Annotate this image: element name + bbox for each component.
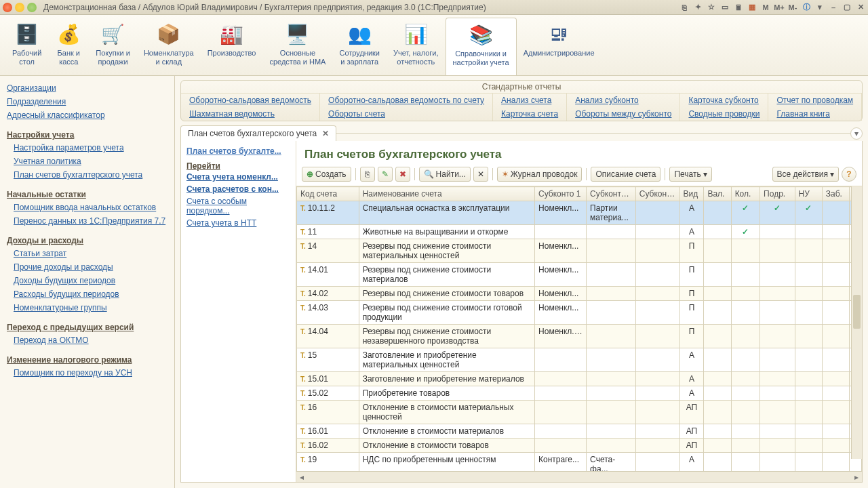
copy-button[interactable]: ⎘ bbox=[360, 167, 375, 182]
nav-link[interactable]: Расходы будущих периодов bbox=[7, 287, 167, 301]
report-link[interactable]: Шахматная ведомость bbox=[181, 107, 320, 121]
nav-link[interactable]: Учетная политика bbox=[7, 155, 167, 168]
column-header[interactable]: Субконт... bbox=[635, 187, 679, 201]
nav-link[interactable]: Номенклатурные группы bbox=[7, 301, 167, 314]
nav-link[interactable]: План счетов бухгалтерского учета bbox=[7, 168, 167, 182]
inner-nav-title[interactable]: План счетов бухгалте... bbox=[186, 146, 290, 156]
section-администрирование[interactable]: 🖳Администрирование bbox=[517, 18, 601, 75]
section-производство[interactable]: 🏭Производство bbox=[201, 18, 263, 75]
table-row[interactable]: T.14Резервы под снижение стоимости матер… bbox=[297, 239, 862, 263]
table-row[interactable]: T.14.03Резервы под снижение стоимости го… bbox=[297, 301, 862, 325]
window-minimize-icon[interactable] bbox=[15, 3, 24, 12]
all-actions-button[interactable]: Все действия ▾ bbox=[772, 167, 839, 182]
scroll-right-icon[interactable]: ▸ bbox=[851, 472, 862, 482]
print-button[interactable]: Печать ▾ bbox=[669, 167, 711, 182]
find-button[interactable]: 🔍 Найти... bbox=[419, 167, 471, 182]
calculator-icon[interactable]: 🖩 bbox=[734, 3, 743, 12]
table-row[interactable]: T.16.02Отклонение в стоимости товаровАП bbox=[297, 439, 862, 453]
m-plus-button[interactable]: M+ bbox=[774, 3, 784, 12]
report-link[interactable]: Карточка счета bbox=[493, 107, 567, 121]
inner-nav-link[interactable]: Счета с особым порядком... bbox=[186, 195, 290, 217]
nav-link[interactable]: Статьи затрат bbox=[7, 247, 167, 260]
section-учет,-налоги,-отчетность[interactable]: 📊Учет, налоги,отчетность bbox=[387, 18, 445, 75]
report-link[interactable]: Оборотно-сальдовая ведомость по счету bbox=[320, 94, 493, 107]
tool-icon[interactable]: ⎘ bbox=[679, 3, 689, 12]
report-link[interactable]: Обороты счета bbox=[320, 107, 493, 121]
column-header[interactable]: Вал. bbox=[704, 187, 731, 201]
tool-icon[interactable]: ✦ bbox=[693, 3, 703, 12]
m-minus-button[interactable]: M- bbox=[788, 3, 797, 12]
table-row[interactable]: T.14.04Резервы под снижение стоимости не… bbox=[297, 325, 862, 348]
window-maximize-icon[interactable] bbox=[27, 3, 37, 12]
column-header[interactable]: Субконто 2 bbox=[587, 187, 636, 201]
column-header[interactable]: НУ bbox=[795, 187, 822, 201]
calendar-icon[interactable]: ▦ bbox=[747, 3, 757, 12]
tool-icon[interactable]: ▭ bbox=[720, 3, 730, 12]
nav-link[interactable]: Прочие доходы и расходы bbox=[7, 260, 167, 274]
description-button[interactable]: Описание счета bbox=[591, 167, 660, 182]
table-row[interactable]: T.14.02Резервы под снижение стоимости то… bbox=[297, 287, 862, 301]
delete-button[interactable]: ✖ bbox=[395, 167, 410, 182]
nav-link[interactable]: Адресный классификатор bbox=[7, 108, 167, 122]
table-row[interactable]: T.15.02Приобретение товаровА bbox=[297, 386, 862, 401]
table-row[interactable]: T.15.01Заготовление и приобретение матер… bbox=[297, 372, 862, 386]
min-icon[interactable]: – bbox=[829, 3, 838, 12]
report-link[interactable]: Анализ счета bbox=[493, 94, 567, 107]
close-icon[interactable]: ✕ bbox=[856, 3, 865, 12]
section-покупки-и-продажи[interactable]: 🛒Покупки ипродажи bbox=[89, 18, 137, 75]
nav-link[interactable]: Организации bbox=[7, 81, 167, 95]
column-header[interactable]: Кол. bbox=[731, 187, 760, 201]
nav-link[interactable]: Подразделения bbox=[7, 95, 167, 108]
report-link[interactable]: Оборотно-сальдовая ведомость bbox=[181, 94, 320, 107]
info-icon[interactable]: ⓘ bbox=[802, 3, 811, 12]
table-row[interactable]: T.14.01Резервы под снижение стоимости ма… bbox=[297, 263, 862, 287]
nav-group-header[interactable]: Изменение налогового режима bbox=[7, 355, 167, 365]
nav-link[interactable]: Перенос данных из 1С:Предприятия 7.7 bbox=[7, 214, 167, 228]
report-link[interactable]: Обороты между субконто bbox=[567, 107, 680, 121]
window-close-icon[interactable] bbox=[3, 3, 12, 12]
section-рабочий-стол[interactable]: 🗄️Рабочийстол bbox=[5, 18, 48, 75]
nav-link[interactable]: Доходы будущих периодов bbox=[7, 274, 167, 287]
report-link[interactable]: Главная книга bbox=[768, 107, 862, 121]
section-банк-и-касса[interactable]: 💰Банк икасса bbox=[48, 18, 89, 75]
tab-chart-of-accounts[interactable]: План счетов бухгалтерского учета ✕ bbox=[180, 125, 336, 141]
star-icon[interactable]: ☆ bbox=[707, 3, 716, 12]
clear-filter-button[interactable]: ✕ bbox=[473, 167, 488, 182]
nav-group-header[interactable]: Доходы и расходы bbox=[7, 236, 167, 245]
section-номенклатура-и-склад[interactable]: 📦Номенклатураи склад bbox=[137, 18, 201, 75]
table-row[interactable]: T.11Животные на выращивании и откормеА✓ bbox=[297, 225, 862, 239]
report-link[interactable]: Анализ субконто bbox=[567, 94, 680, 107]
accounts-table[interactable]: Код счетаНаименование счетаСубконто 1Суб… bbox=[296, 186, 862, 471]
column-header[interactable]: Заб. bbox=[822, 187, 849, 201]
m-button[interactable]: M bbox=[761, 3, 770, 12]
inner-nav-link[interactable]: Счета учета в НТТ bbox=[186, 217, 290, 229]
nav-link[interactable]: Переход на ОКТМО bbox=[7, 333, 167, 347]
nav-group-header[interactable]: Начальные остатки bbox=[7, 190, 167, 199]
tabs-dropdown-icon[interactable]: ▾ bbox=[850, 127, 863, 140]
horizontal-scrollbar[interactable]: ◂ ▸ bbox=[296, 471, 862, 482]
edit-button[interactable]: ✎ bbox=[378, 167, 393, 182]
nav-link[interactable]: Помощник по переходу на УСН bbox=[7, 366, 167, 380]
table-row[interactable]: T.16Отклонение в стоимости материальных … bbox=[297, 401, 862, 424]
dropdown-icon[interactable]: ▾ bbox=[815, 3, 825, 12]
help-button[interactable]: ? bbox=[842, 167, 856, 182]
section-справочники-и-настройки-учета[interactable]: 📚Справочники инастройки учета bbox=[446, 18, 517, 75]
table-row[interactable]: T.15Заготовление и приобретение материал… bbox=[297, 348, 862, 372]
report-link[interactable]: Карточка субконто bbox=[680, 94, 768, 107]
section-сотрудники-и-зарплата[interactable]: 👥Сотрудникии зарплата bbox=[332, 18, 387, 75]
create-button[interactable]: ⊕ Создать bbox=[302, 167, 351, 182]
vertical-scrollbar[interactable] bbox=[851, 186, 862, 459]
table-row[interactable]: T.19НДС по приобретенным ценностямКонтра… bbox=[297, 453, 862, 472]
report-link[interactable]: Отчет по проводкам bbox=[768, 94, 862, 107]
nav-link[interactable]: Помощник ввода начальных остатков bbox=[7, 201, 167, 214]
column-header[interactable]: Код счета bbox=[297, 187, 359, 201]
section-основные-средства-и-нма[interactable]: 🖥️Основныесредства и НМА bbox=[262, 18, 332, 75]
table-row[interactable]: T.16.01Отклонение в стоимости материалов… bbox=[297, 424, 862, 439]
inner-nav-link[interactable]: Счета учета номенкл... bbox=[186, 171, 290, 183]
tab-close-icon[interactable]: ✕ bbox=[322, 129, 329, 138]
nav-group-header[interactable]: Настройки учета bbox=[7, 130, 167, 140]
journal-button[interactable]: ✶ Журнал проводок bbox=[497, 167, 583, 182]
nav-link[interactable]: Настройка параметров учета bbox=[7, 141, 167, 155]
max-icon[interactable]: ▢ bbox=[842, 3, 852, 12]
inner-nav-link[interactable]: Счета расчетов с кон... bbox=[186, 183, 290, 195]
